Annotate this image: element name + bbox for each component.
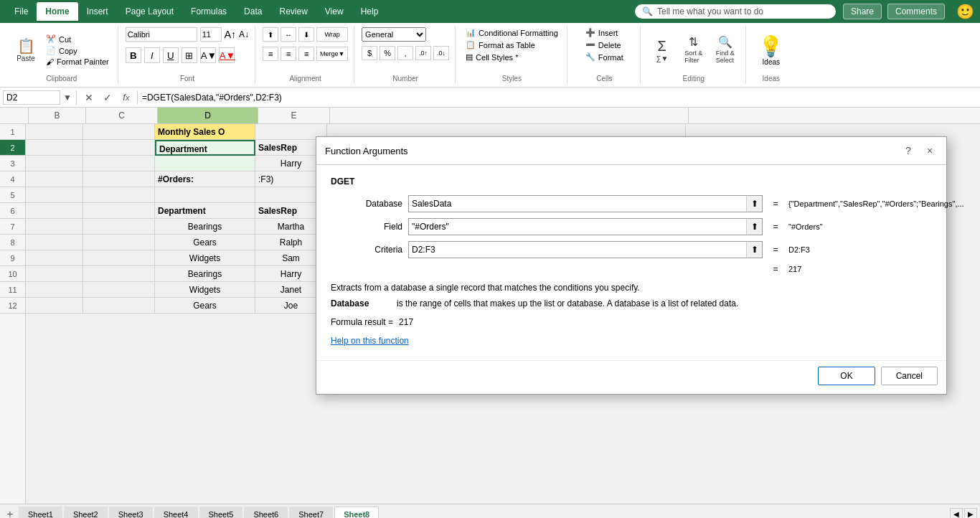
cell-d5[interactable] [155,187,255,203]
cell-c12[interactable] [83,298,155,314]
insert-button[interactable]: ➕ Insert [583,27,621,38]
dialog-close-button[interactable]: × [922,143,938,159]
percent-button[interactable]: % [380,46,395,60]
cell-c6[interactable] [83,203,155,219]
copy-button[interactable]: 📄 Copy [43,45,112,56]
field-input-wrap[interactable]: ⬆ [408,218,763,235]
tab-data[interactable]: Data [235,2,270,21]
insert-function-button[interactable]: fx [118,90,134,105]
underline-button[interactable]: U [163,47,179,63]
cell-b10[interactable] [26,266,83,282]
cell-c8[interactable] [83,235,155,250]
comments-button[interactable]: Comments [887,4,945,19]
cell-d3[interactable] [155,156,255,171]
sum-button[interactable]: Σ ∑▼ [648,37,677,65]
tab-sheet5[interactable]: Sheet5 [199,507,243,519]
tab-view[interactable]: View [316,2,352,21]
cell-c1[interactable] [83,124,155,140]
tab-sheet1[interactable]: Sheet1 [19,507,62,519]
cell-c3[interactable] [83,156,155,171]
field-picker-button[interactable]: ⬆ [746,219,762,235]
tab-file[interactable]: File [6,2,37,21]
tab-sheet6[interactable]: Sheet6 [244,507,288,519]
database-picker-button[interactable]: ⬆ [746,196,762,212]
cell-d7[interactable]: Bearings [155,219,255,235]
merge-button[interactable]: Merge▼ [316,47,348,61]
criteria-picker-button[interactable]: ⬆ [746,242,762,258]
tab-sheet8[interactable]: Sheet8 [334,507,379,519]
cell-c5[interactable] [83,187,155,203]
add-sheet-button[interactable]: + [3,507,17,519]
cell-b12[interactable] [26,298,83,314]
bold-button[interactable]: B [126,47,141,63]
cell-c4[interactable] [83,171,155,187]
cell-d10[interactable]: Bearings [155,266,255,282]
delete-button[interactable]: ➖ Delete [583,39,624,50]
cell-b4[interactable] [26,171,83,187]
cell-b1[interactable] [26,124,83,140]
conditional-formatting-button[interactable]: 📊 Conditional Formatting [463,27,561,38]
cell-b8[interactable] [26,235,83,250]
database-input-wrap[interactable]: ⬆ [408,195,763,212]
decrease-decimal-button[interactable]: .0↓ [433,46,449,60]
cell-b5[interactable] [26,187,83,203]
cell-c10[interactable] [83,266,155,282]
cell-d1[interactable]: Monthly Sales O [155,124,255,140]
scroll-left-button[interactable]: ◀ [950,508,963,519]
cell-styles-button[interactable]: ▤ Cell Styles * [463,52,521,62]
find-select-button[interactable]: 🔍 Find &Select [711,34,740,66]
cell-b7[interactable] [26,219,83,235]
confirm-formula-button[interactable]: ✓ [100,90,116,105]
cell-d4[interactable]: #Orders: [155,171,255,187]
cell-c7[interactable] [83,219,155,235]
cell-d6[interactable]: Department [155,203,255,219]
align-top-button[interactable]: ⬆ [263,27,278,42]
cell-d2[interactable]: Department [155,140,255,156]
align-center-button[interactable]: ≡ [281,47,296,61]
tab-home[interactable]: Home [37,2,77,21]
ideas-button[interactable]: 💡 Ideas [753,32,789,68]
font-size-input[interactable] [200,27,222,42]
tab-sheet2[interactable]: Sheet2 [64,507,108,519]
tab-formulas[interactable]: Formulas [182,2,235,21]
paste-button[interactable]: 📋 Paste [11,37,40,65]
comma-button[interactable]: , [397,46,413,60]
font-shrink-button[interactable]: A↓ [239,29,249,39]
font-family-input[interactable] [126,27,197,42]
fill-color-button[interactable]: A▼ [200,47,216,63]
cell-b11[interactable] [26,282,83,298]
help-on-function-link[interactable]: Help on this function [331,336,409,346]
number-format-select[interactable]: General [362,27,426,42]
cell-b9[interactable] [26,250,83,266]
cell-reference-box[interactable] [3,90,60,105]
database-input[interactable] [409,197,746,210]
criteria-input[interactable] [409,243,746,256]
font-color-button[interactable]: A▼ [219,47,235,63]
increase-decimal-button[interactable]: .0↑ [415,46,431,60]
tab-help[interactable]: Help [352,2,387,21]
format-painter-button[interactable]: 🖌 Format Painter [43,57,112,67]
field-input[interactable] [409,220,746,233]
ok-button[interactable]: OK [818,367,875,385]
align-left-button[interactable]: ≡ [263,47,278,61]
tab-sheet4[interactable]: Sheet4 [154,507,198,519]
dialog-help-button[interactable]: ? [900,143,916,159]
border-button[interactable]: ⊞ [182,47,197,63]
align-middle-button[interactable]: ↔ [281,27,296,42]
tab-insert[interactable]: Insert [78,2,117,21]
cell-d11[interactable]: Widgets [155,282,255,298]
tab-review[interactable]: Review [270,2,316,21]
align-right-button[interactable]: ≡ [298,47,314,61]
formula-input[interactable] [137,91,977,104]
sort-filter-button[interactable]: ⇅ Sort &Filter [679,34,708,66]
cell-c2[interactable] [83,140,155,156]
cancel-button[interactable]: Cancel [881,367,938,385]
scroll-right-button[interactable]: ▶ [964,508,977,519]
cell-d9[interactable]: Widgets [155,250,255,266]
search-bar[interactable]: 🔍 Tell me what you want to do [635,4,836,19]
currency-button[interactable]: $ [362,46,377,60]
format-button[interactable]: 🔧 Format [583,52,626,62]
cell-c11[interactable] [83,282,155,298]
cut-button[interactable]: ✂️ Cut [43,34,112,44]
cancel-formula-button[interactable]: ✕ [81,90,97,105]
